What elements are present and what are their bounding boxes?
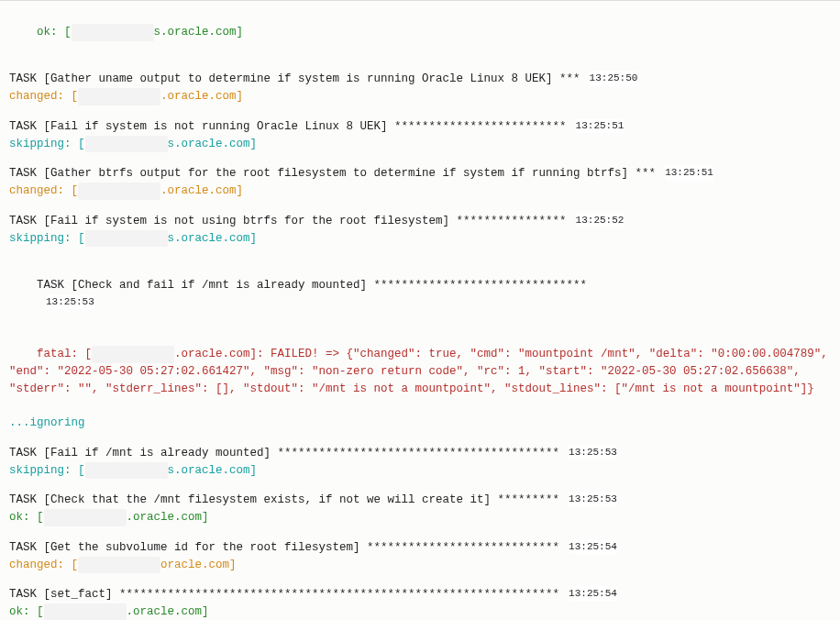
task-title: TASK [set_fact] ************************… bbox=[9, 588, 559, 601]
host-suffix: s.oracle.com] bbox=[168, 232, 258, 245]
task-block: TASK [Check that the /mnt filesystem exi… bbox=[9, 492, 831, 526]
timestamp: 13:25:52 bbox=[576, 213, 624, 228]
timestamp: 13:25:50 bbox=[590, 71, 638, 86]
status-prefix: ok: [ bbox=[37, 26, 72, 39]
redacted-host bbox=[85, 462, 168, 480]
task-title: TASK [Fail if /mnt is already mounted] *… bbox=[9, 447, 559, 459]
timestamp: 13:25:53 bbox=[569, 492, 617, 507]
timestamp: 13:25:54 bbox=[569, 586, 617, 602]
task-block: TASK [Fail if system is not running Orac… bbox=[9, 118, 831, 153]
status-prefix: skipping: [ bbox=[9, 232, 85, 245]
redacted-host bbox=[44, 603, 127, 620]
log-line-ok-initial: ok: [ s.oracle.com] bbox=[9, 6, 831, 58]
redacted-host bbox=[85, 136, 168, 153]
timestamp: 13:25:53 bbox=[569, 445, 617, 460]
task-title: TASK [Check and fail if /mnt is already … bbox=[37, 279, 587, 292]
host-suffix: .oracle.com] bbox=[127, 511, 209, 524]
redacted-host bbox=[78, 88, 160, 105]
host-suffix: .oracle.com] bbox=[127, 605, 209, 618]
host-suffix: s.oracle.com] bbox=[168, 138, 258, 150]
status-prefix: fatal: [ bbox=[37, 348, 92, 360]
task-title: TASK [Get the subvolume id for the root … bbox=[9, 541, 559, 554]
task-block: TASK [Fail if /mnt is already mounted] *… bbox=[9, 445, 831, 480]
task-title: TASK [Fail if system is not using btrfs … bbox=[9, 215, 567, 227]
status-line: changed: [ .oracle.com] bbox=[9, 88, 831, 105]
redacted-host bbox=[78, 557, 160, 574]
timestamp: 13:25:51 bbox=[576, 118, 624, 134]
task-block-fatal: TASK [Check and fail if /mnt is already … bbox=[9, 260, 831, 432]
status-prefix: changed: [ bbox=[9, 90, 78, 103]
status-line: ok: [ .oracle.com] bbox=[9, 509, 831, 526]
status-prefix: skipping: [ bbox=[9, 138, 85, 150]
status-prefix: ok: [ bbox=[9, 511, 44, 524]
task-block: TASK [Get the subvolume id for the root … bbox=[9, 539, 831, 574]
host-suffix: .oracle.com] bbox=[160, 90, 243, 103]
status-line: changed: [ .oracle.com] bbox=[9, 183, 831, 200]
status-line: changed: [ oracle.com] bbox=[9, 557, 831, 574]
task-title: TASK [Check that the /mnt filesystem exi… bbox=[9, 493, 559, 506]
status-prefix: skipping: [ bbox=[9, 464, 85, 477]
task-block: TASK [set_fact] ************************… bbox=[9, 586, 831, 620]
status-line: ok: [ .oracle.com] bbox=[9, 603, 831, 620]
task-title: TASK [Gather uname output to determine i… bbox=[9, 72, 580, 85]
status-prefix: ok: [ bbox=[9, 605, 44, 618]
status-line: skipping: [ s.oracle.com] bbox=[9, 462, 831, 480]
ignoring-line: ...ignoring bbox=[9, 415, 831, 432]
status-prefix: changed: [ bbox=[9, 559, 78, 571]
host-suffix: s.oracle.com] bbox=[168, 464, 258, 477]
task-title: TASK [Fail if system is not running Orac… bbox=[9, 120, 567, 133]
redacted-host bbox=[85, 230, 168, 248]
timestamp: 13:25:51 bbox=[665, 165, 713, 181]
status-prefix: changed: [ bbox=[9, 184, 78, 197]
timestamp: 13:25:53 bbox=[46, 294, 94, 310]
host-suffix: .oracle.com] bbox=[160, 184, 243, 197]
status-line: skipping: [ s.oracle.com] bbox=[9, 230, 831, 248]
fatal-line: fatal: [ .oracle.com]: FAILED! => {"chan… bbox=[9, 328, 831, 415]
host-suffix: s.oracle.com] bbox=[154, 26, 244, 39]
redacted-host bbox=[92, 346, 174, 363]
redacted-host bbox=[44, 509, 127, 526]
task-title: TASK [Gather btrfs output for the root f… bbox=[9, 167, 656, 180]
redacted-host bbox=[72, 24, 154, 41]
host-suffix: oracle.com] bbox=[160, 559, 237, 571]
task-block: TASK [Fail if system is not using btrfs … bbox=[9, 213, 831, 248]
status-line: skipping: [ s.oracle.com] bbox=[9, 136, 831, 153]
redacted-host bbox=[78, 183, 160, 200]
task-block: TASK [Gather btrfs output for the root f… bbox=[9, 165, 831, 200]
timestamp: 13:25:54 bbox=[569, 539, 617, 555]
task-block: TASK [Gather uname output to determine i… bbox=[9, 71, 831, 105]
